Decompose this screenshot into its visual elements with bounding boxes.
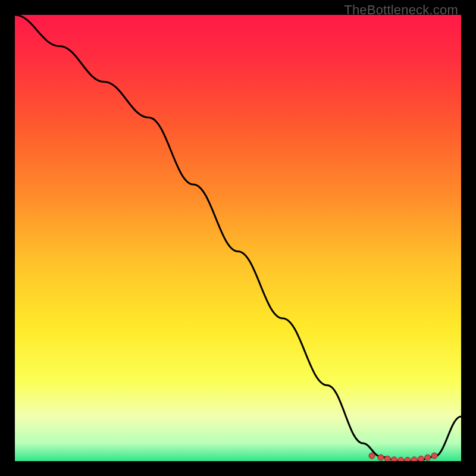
marker-dot xyxy=(392,457,397,461)
marker-dot xyxy=(425,455,431,461)
plot-area xyxy=(15,15,461,461)
marker-dot xyxy=(384,456,390,461)
marker-dot xyxy=(418,456,424,461)
marker-dot xyxy=(369,453,375,459)
marker-dot xyxy=(378,455,384,461)
marker-dot xyxy=(431,453,437,459)
marker-dot xyxy=(411,457,417,461)
chart-frame: TheBottleneck.com xyxy=(0,0,476,476)
gradient-background xyxy=(15,15,461,461)
marker-dot xyxy=(398,458,404,462)
chart-svg xyxy=(15,15,461,461)
marker-dot xyxy=(405,458,411,462)
